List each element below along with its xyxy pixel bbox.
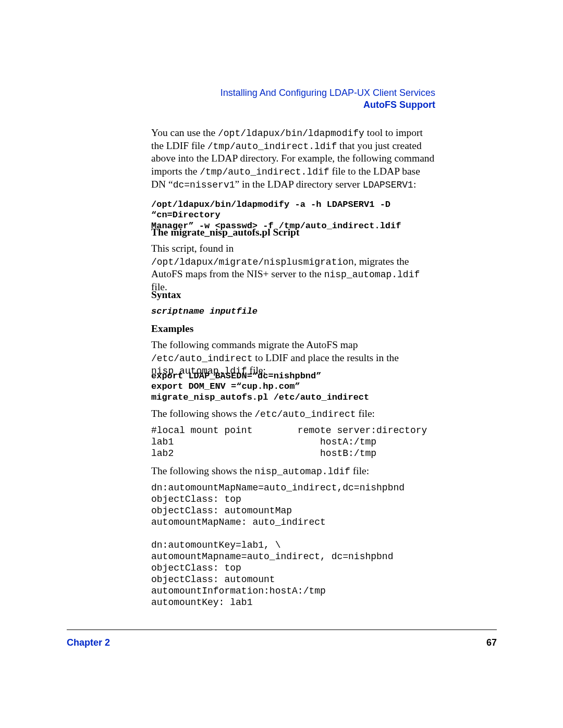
text: file: (356, 408, 375, 419)
inline-code: nisp_automap.ldif (254, 466, 350, 477)
paragraph-file1-intro: The following shows the /etc/auto_indire… (151, 408, 435, 421)
footer-rule (67, 630, 497, 630)
header-section: AutoFS Support (151, 100, 435, 110)
page: Installing And Configuring LDAP-UX Clien… (0, 0, 563, 728)
paragraph-file2-intro: The following shows the nisp_automap.ldi… (151, 465, 435, 478)
text: This script, found in (151, 243, 234, 254)
inline-code: /etc/auto_indirect (254, 409, 356, 419)
text: The following shows the (151, 408, 254, 419)
text: The following shows the (151, 465, 254, 476)
inline-code: /opt/ldapux/migrate/nisplusmigration (151, 257, 354, 267)
heading-examples: Examples (151, 323, 435, 335)
heading-script: The migrate_nisp_autofs.pl Script (151, 227, 435, 238)
text: The following commands migrate the AutoF… (151, 339, 358, 350)
inline-code: /tmp/auto_indirect.ldif (207, 141, 337, 152)
inline-code: nisp_automap.ldif (324, 269, 420, 280)
command-block-export: export LDAP_BASEDN=“dc=nishpbnd” export … (151, 371, 435, 403)
inline-code: dc=nisserv1 (173, 180, 235, 190)
heading-text: Syntax (151, 289, 435, 301)
footer: Chapter 2 67 (67, 637, 497, 648)
text: file: (350, 465, 369, 476)
heading-syntax: Syntax (151, 289, 435, 301)
paragraph-script-desc: This script, found in /opt/ldapux/migrat… (151, 242, 435, 293)
heading-text: Examples (151, 323, 435, 335)
inline-code: /tmp/auto_indirect.ldif (200, 167, 329, 177)
text: to LDIF and place the results in the (252, 352, 399, 363)
syntax-line: scriptname inputfile (151, 306, 435, 316)
paragraph-intro: You can use the /opt/ldapux/bin/ldapmodi… (151, 127, 435, 191)
header-title: Installing And Configuring LDAP-UX Clien… (151, 88, 435, 98)
text: ” in the LDAP directory server (235, 179, 363, 190)
text: : (413, 179, 416, 190)
text: You can use the (151, 127, 218, 138)
running-header: Installing And Configuring LDAP-UX Clien… (151, 88, 435, 110)
footer-chapter: Chapter 2 (67, 637, 110, 648)
inline-code: LDAPSERV1 (363, 180, 413, 190)
code-block-ldif: dn:automountMapName=auto_indirect,dc=nis… (151, 483, 435, 608)
footer-page-number: 67 (486, 637, 497, 648)
inline-code: /opt/ldapux/bin/ldapmodify (218, 128, 364, 139)
inline-code: /etc/auto_indirect (151, 353, 252, 364)
code-block-auto-indirect: #local mount point remote server:directo… (151, 425, 435, 460)
heading-text: The migrate_nisp_autofs.pl Script (151, 227, 435, 238)
